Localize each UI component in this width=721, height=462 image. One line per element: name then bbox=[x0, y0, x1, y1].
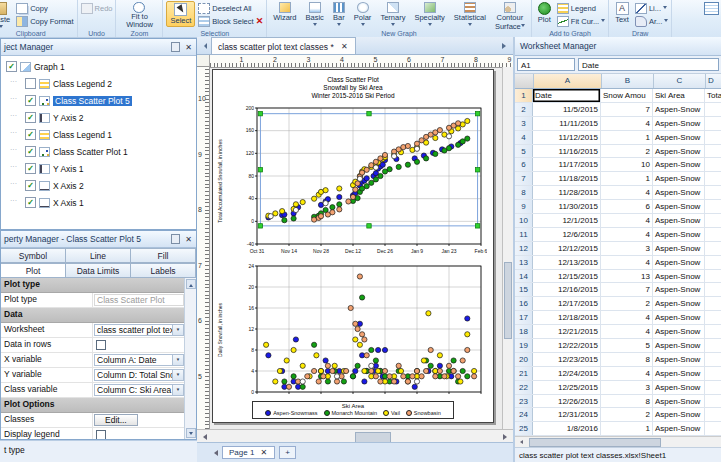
copy-format-button[interactable]: Copy Format bbox=[16, 16, 73, 26]
row-number[interactable]: 21 bbox=[515, 367, 533, 380]
cell-ski-area[interactable]: Aspen-Snow bbox=[653, 353, 705, 366]
wizard-button[interactable]: Wizard bbox=[270, 1, 299, 23]
graph-legend[interactable]: Ski Area Aspen-Snowmass Monarch Mountain bbox=[252, 401, 454, 419]
row-number[interactable]: 5 bbox=[515, 145, 533, 158]
cell-date[interactable]: 11/17/2015 bbox=[533, 158, 601, 171]
cell-total[interactable] bbox=[705, 422, 721, 435]
cell-date[interactable]: 12/31/2015 bbox=[533, 408, 601, 421]
scroll-right-icon[interactable] bbox=[503, 434, 510, 440]
property-value[interactable]: Column D: Total Snow Ac.. bbox=[94, 369, 184, 381]
paste-button[interactable]: Paste bbox=[0, 1, 13, 31]
cell-date[interactable]: 11/28/2015 bbox=[533, 186, 601, 199]
formula-input[interactable]: Date bbox=[578, 58, 719, 71]
cell-date[interactable]: 12/23/2015 bbox=[533, 353, 601, 366]
cell-snow-amount[interactable]: 4 bbox=[601, 186, 653, 199]
cell-snow-amount[interactable]: 10 bbox=[601, 158, 653, 171]
cell-snow-amount[interactable]: 1 bbox=[601, 172, 653, 185]
row-number[interactable]: 24 bbox=[515, 408, 533, 421]
cell-ski-area[interactable]: Aspen-Snow bbox=[653, 395, 705, 408]
contour-surface-button[interactable]: ContourSurface bbox=[492, 1, 528, 32]
tree-item[interactable]: ✓ Y Axis 2 bbox=[1, 109, 196, 126]
cell-total[interactable] bbox=[705, 117, 721, 130]
cell-ski-area[interactable]: Aspen-Snow bbox=[653, 381, 705, 394]
sheet-tab-label[interactable]: class scatter plot text classes.xlsx!She… bbox=[519, 451, 666, 460]
select-button[interactable]: Select bbox=[166, 1, 195, 27]
select-all-corner[interactable] bbox=[515, 74, 534, 88]
visibility-checkbox[interactable] bbox=[25, 78, 36, 89]
scrollbar-thumb[interactable] bbox=[504, 262, 512, 339]
column-header[interactable]: B bbox=[602, 74, 654, 88]
cell-ski-area[interactable]: Aspen-Snow bbox=[653, 172, 705, 185]
property-value[interactable] bbox=[93, 338, 185, 352]
property-value[interactable] bbox=[93, 428, 185, 439]
tree-item[interactable]: ✓ Class Legend 1 bbox=[1, 126, 196, 143]
visibility-checkbox[interactable]: ✓ bbox=[25, 146, 36, 157]
row-number[interactable]: 13 bbox=[515, 256, 533, 269]
cell-ski-area[interactable]: Aspen-Snow bbox=[653, 242, 705, 255]
row-number[interactable]: 4 bbox=[515, 131, 533, 144]
close-icon[interactable]: ✕ bbox=[184, 43, 193, 52]
cell-total[interactable] bbox=[705, 297, 721, 310]
polar-graph-button[interactable]: Polar bbox=[351, 1, 375, 29]
cell-date[interactable]: 12/21/2015 bbox=[533, 325, 601, 338]
cell-total[interactable] bbox=[705, 339, 721, 352]
cell-date[interactable]: 12/24/2015 bbox=[533, 367, 601, 380]
property-value[interactable]: Class Scatter Plot bbox=[94, 294, 184, 306]
cell-ski-area[interactable]: Aspen-Snow bbox=[653, 228, 705, 241]
add-legend-button[interactable]: Legend bbox=[557, 3, 605, 13]
tree-item[interactable]: ✓ Class Scatter Plot 1 bbox=[1, 143, 196, 160]
close-icon[interactable]: ✕ bbox=[184, 235, 193, 244]
row-number[interactable]: 23 bbox=[515, 395, 533, 408]
cell-total[interactable] bbox=[705, 311, 721, 324]
cell-snow-amount[interactable]: 1 bbox=[601, 422, 653, 435]
cell-snow-amount[interactable]: 6 bbox=[601, 200, 653, 213]
property-value[interactable]: Edit... bbox=[94, 414, 138, 426]
cell-total[interactable] bbox=[705, 200, 721, 213]
row-number[interactable]: 10 bbox=[515, 214, 533, 227]
cell-ski-area[interactable]: Aspen-Snow bbox=[653, 200, 705, 213]
row-number[interactable]: 6 bbox=[515, 158, 533, 171]
cell-date[interactable]: 11/11/2015 bbox=[533, 117, 601, 130]
visibility-checkbox[interactable]: ✓ bbox=[6, 61, 17, 72]
column-header[interactable]: D bbox=[706, 74, 721, 88]
row-number[interactable]: 12 bbox=[515, 242, 533, 255]
cell-total[interactable] bbox=[705, 228, 721, 241]
graph-title-line1[interactable]: Class Scatter Plot bbox=[213, 70, 493, 84]
ternary-graph-button[interactable]: Ternary bbox=[377, 1, 408, 29]
cell-ski-area[interactable]: Aspen-Snow bbox=[653, 214, 705, 227]
cell-snow-amount[interactable]: 2 bbox=[601, 145, 653, 158]
row-number[interactable]: 8 bbox=[515, 186, 533, 199]
cell-total[interactable] bbox=[705, 353, 721, 366]
tree-item[interactable]: Class Legend 2 bbox=[1, 75, 196, 92]
visibility-checkbox[interactable]: ✓ bbox=[25, 129, 36, 140]
copy-button[interactable]: Copy bbox=[16, 3, 73, 13]
worksheet-horizontal-scrollbar[interactable] bbox=[515, 436, 721, 447]
tab-scroll-right-icon[interactable] bbox=[502, 43, 509, 49]
block-select-button[interactable]: Block Select✕ bbox=[198, 16, 263, 26]
tree-item[interactable]: ✓ Graph 1 bbox=[1, 58, 196, 75]
cell-snow-amount[interactable]: 7 bbox=[601, 283, 653, 296]
cell-total[interactable] bbox=[705, 367, 721, 380]
fit-to-window-button[interactable]: Fit to Window bbox=[119, 1, 159, 30]
cell-snow-amount[interactable]: 3 bbox=[601, 242, 653, 255]
row-number[interactable]: 2 bbox=[515, 103, 533, 116]
cell-snow-amount[interactable]: 4 bbox=[601, 214, 653, 227]
cell-ski-area[interactable]: Ski Area bbox=[653, 89, 705, 102]
clear-selection-icon[interactable]: ✕ bbox=[256, 17, 264, 26]
line-tool-button[interactable]: Li... bbox=[635, 3, 668, 13]
property-tab[interactable]: Plot bbox=[1, 263, 66, 278]
cell-snow-amount[interactable]: 4 bbox=[601, 311, 653, 324]
row-number[interactable]: 18 bbox=[515, 325, 533, 338]
cell-ski-area[interactable]: Aspen-Snow bbox=[653, 367, 705, 380]
close-icon[interactable]: ✕ bbox=[340, 42, 349, 51]
cell-date[interactable]: 12/26/2015 bbox=[533, 395, 601, 408]
visibility-checkbox[interactable]: ✓ bbox=[25, 197, 36, 208]
cell-total[interactable] bbox=[705, 256, 721, 269]
cell-ski-area[interactable]: Aspen-Snow bbox=[653, 131, 705, 144]
bar-graph-button[interactable]: Bar bbox=[330, 1, 348, 29]
row-number[interactable]: 16 bbox=[515, 297, 533, 310]
property-value[interactable]: Column C: Ski Area bbox=[94, 384, 184, 396]
row-number[interactable]: 17 bbox=[515, 311, 533, 324]
cell-snow-amount[interactable]: 4 bbox=[601, 228, 653, 241]
cell-snow-amount[interactable]: 13 bbox=[601, 270, 653, 283]
